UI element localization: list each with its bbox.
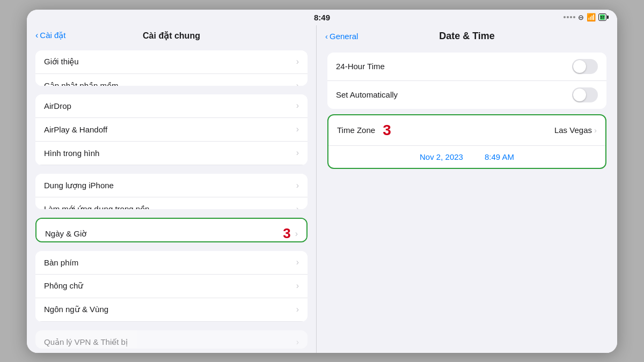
timezone-right: Las Vegas › [554,125,597,135]
settings-item-vpn[interactable]: Quản lý VPN & Thiết bị › [35,330,308,348]
toggle-knob-24hour [573,60,586,73]
left-back-button[interactable]: ‹ Cài đặt [35,31,66,40]
timezone-badge: 3 [383,122,391,139]
toggle-knob-set-auto [573,88,586,101]
timezone-left: Time Zone 3 [337,122,391,139]
settings-group-5: Bàn phím › Phông chữ › Ngôn ngữ & Vùng ›… [35,251,308,322]
settings-label-lam-moi: Làm mới ứng dụng trong nền [44,204,149,209]
timezone-chevron-icon: › [594,125,597,135]
chevron-ngay-gio: › [295,229,298,239]
settings-item-ngay-gio[interactable]: Ngày & Giờ 3 › [36,219,306,242]
left-back-chevron-icon: ‹ [35,31,38,40]
settings-item-gioi-thieu[interactable]: Giới thiệu › [35,50,308,74]
status-time-center: 8:49 [314,13,330,22]
right-back-chevron-icon: ‹ [325,32,328,41]
settings-item-airdrop[interactable]: AirDrop › [35,94,308,118]
settings-group-3: Dung lượng iPhone › Làm mới ứng dụng tro… [35,174,308,209]
settings-label-24hour: 24-Hour Time [336,62,385,71]
signal-dot-1 [564,16,566,18]
settings-group-bottom: Quản lý VPN & Thiết bị › [35,330,308,348]
chevron-ngon-ngu: › [296,305,299,314]
settings-item-airplay[interactable]: AirPlay & Handoff › [35,118,308,142]
left-nav-header: ‹ Cài đặt Cài đặt chung [27,25,316,46]
left-nav-title: Cài đặt chung [143,31,200,41]
settings-label-ngon-ngu: Ngôn ngữ & Vùng [44,305,108,314]
chevron-dung-luong: › [296,181,299,190]
settings-group-1: Giới thiệu › Cập nhật phần mềm › [35,50,308,86]
timezone-card-highlighted: Time Zone 3 Las Vegas › Nov 2, 2023 8:49… [327,114,606,169]
right-content: 24-Hour Time Set Automatically [317,47,617,353]
wifi-symbol: 📶 [587,13,596,21]
left-back-label: Cài đặt [40,31,65,40]
settings-item-ngon-ngu[interactable]: Ngôn ngữ & Vùng › [35,298,308,322]
battery-icon: 57 [598,13,606,21]
datetime-row: Nov 2, 2023 8:49 AM [328,146,605,168]
time-value[interactable]: 8:49 AM [485,152,514,161]
right-back-button[interactable]: ‹ General [325,32,358,41]
settings-item-cap-nhat[interactable]: Cập nhật phần mềm › [35,74,308,86]
chevron-vpn: › [296,337,299,347]
settings-label-ngay-gio: Ngày & Giờ [45,229,86,239]
settings-item-dung-luong[interactable]: Dung lượng iPhone › [35,174,308,197]
chevron-hinh: › [296,148,299,158]
status-bar: 8:49 ⊖️ 📶 57 [27,10,617,25]
settings-group-2: AirDrop › AirPlay & Handoff › Hình trong… [35,94,308,165]
chevron-airdrop: › [296,101,299,110]
right-panel: ‹ General Date & Time 24-Hour Time [317,25,617,353]
toggle-24hour[interactable] [572,59,598,74]
toggle-set-auto[interactable] [572,87,598,102]
right-back-label: General [330,32,358,41]
settings-item-lam-moi[interactable]: Làm mới ứng dụng trong nền › [35,197,308,209]
settings-item-set-auto[interactable]: Set Automatically [327,81,606,109]
device-wrapper: 8:49 ⊖️ 📶 57 ‹ Cài đặt [27,10,617,353]
chevron-airplay: › [296,124,299,134]
right-nav-title: Date & Time [439,31,495,42]
signal-dots [564,16,575,18]
settings-group-ngay-gio-highlighted: Ngày & Giờ 3 › [35,218,308,242]
settings-item-24hour[interactable]: 24-Hour Time [327,53,606,81]
left-panel: ‹ Cài đặt Cài đặt chung Giới thiệu › Cập… [27,25,317,353]
settings-label-gioi-thieu: Giới thiệu [44,57,79,67]
chevron-gioi-thieu: › [296,57,299,67]
signal-dot-3 [570,16,572,18]
settings-label-ban-phim: Bàn phím [44,258,78,267]
ngay-gio-badge: 3 [283,225,290,242]
right-nav-header: ‹ General Date & Time [317,25,617,47]
settings-label-airplay: AirPlay & Handoff [44,125,107,134]
settings-item-hinh-trong-hinh[interactable]: Hình trong hình › [35,142,308,165]
settings-label-hinh-trong-hinh: Hình trong hình [44,149,99,158]
battery-level: 57 [601,16,605,19]
chevron-ban-phim: › [296,257,299,267]
date-value[interactable]: Nov 2, 2023 [420,152,463,161]
settings-label-set-auto: Set Automatically [336,90,398,99]
chevron-cap-nhat: › [296,81,299,86]
settings-label-vpn: Quản lý VPN & Thiết bị [44,337,128,347]
settings-label-cap-nhat: Cập nhật phần mềm [44,81,119,86]
timezone-value: Las Vegas [554,125,592,135]
settings-item-phong-chu[interactable]: Phông chữ › [35,275,308,298]
signal-dot-2 [567,16,569,18]
signal-dot-4 [573,16,575,18]
settings-label-dung-luong: Dung lượng iPhone [44,181,114,190]
wifi-icon: ⊖️ [578,13,584,21]
ngay-gio-right: 3 › [283,225,298,242]
settings-label-phong-chu: Phông chữ [44,281,83,291]
main-content: ‹ Cài đặt Cài đặt chung Giới thiệu › Cập… [27,25,617,353]
chevron-lam-moi: › [296,204,299,209]
settings-item-ban-phim[interactable]: Bàn phím › [35,251,308,275]
chevron-phong-chu: › [296,281,299,291]
status-right: ⊖️ 📶 57 [564,13,606,21]
settings-label-airdrop: AirDrop [44,101,71,110]
timezone-label: Time Zone [337,125,375,135]
time-settings-card: 24-Hour Time Set Automatically [327,53,606,109]
timezone-row[interactable]: Time Zone 3 Las Vegas › [328,115,605,145]
